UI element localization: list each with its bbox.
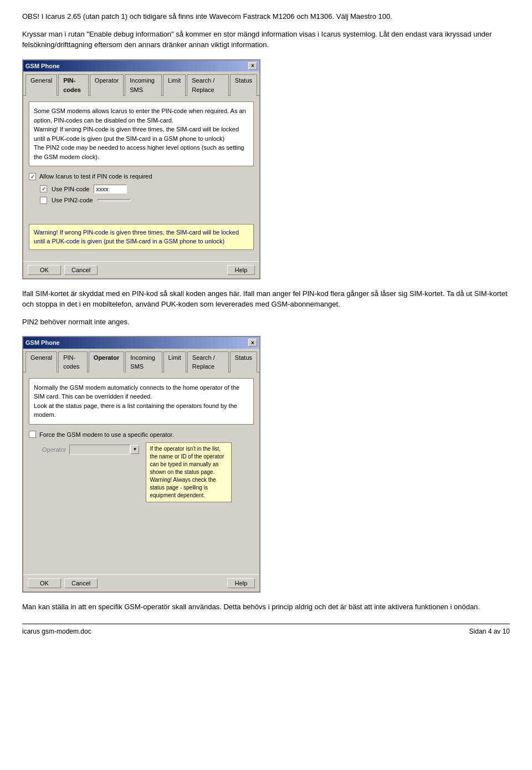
operator-dropdown-arrow[interactable]: ▼ (130, 445, 139, 454)
allow-icarus-checkbox[interactable] (29, 173, 36, 180)
dialog1-close-button[interactable]: × (248, 62, 257, 70)
dialog1-help-button[interactable]: Help (227, 265, 255, 275)
use-pin2-label: Use PIN2-code (52, 196, 93, 205)
tab-limit-2[interactable]: Limit (163, 351, 186, 373)
dialog2-titlebar: GSM Phone × (23, 337, 259, 349)
footer-left: icarus gsm-modem.doc (22, 626, 91, 636)
dialog1-body: Some GSM modems allows Icarus to enter t… (23, 96, 259, 261)
use-pin-row: Use PIN-code (29, 185, 254, 194)
dialog2-body: Normally the GSM modem automaticly conne… (23, 373, 259, 575)
operator-label: Operator (42, 445, 66, 455)
use-pin-label: Use PIN-code (52, 185, 89, 194)
operator-label-row: Operator ▼ (31, 445, 139, 455)
dialog1-titlebar: GSM Phone × (23, 60, 259, 72)
dialog2-info-text: Normally the GSM modem automaticly conne… (34, 384, 239, 419)
dialog2-left-buttons: OK Cancel (28, 578, 98, 588)
tab-operator-1[interactable]: Operator (90, 74, 124, 96)
force-operator-label: Force the GSM modem to use a specific op… (39, 430, 174, 440)
dialog2-cancel-button[interactable]: Cancel (64, 578, 98, 588)
force-operator-section: Force the GSM modem to use a specific op… (29, 430, 254, 440)
dialog1-tabs: General PIN-codes Operator Incoming SMS … (23, 72, 259, 96)
allow-icarus-label: Allow Icarus to test if PIN code is requ… (39, 172, 152, 181)
tab-search-replace-2[interactable]: Search / Replace (187, 351, 229, 373)
operator-tooltip: If the operator isn't in the list, the n… (146, 442, 232, 502)
tab-incoming-sms-1[interactable]: Incoming SMS (125, 74, 162, 96)
tab-pin-codes-1[interactable]: PIN-codes (58, 74, 89, 96)
operator-left: Operator ▼ (31, 442, 139, 455)
dialog2-help-button[interactable]: Help (227, 578, 255, 588)
tab-search-replace-1[interactable]: Search / Replace (187, 74, 229, 96)
tab-general-1[interactable]: General (25, 74, 57, 96)
dialog1-cancel-button[interactable]: Cancel (64, 265, 98, 275)
pin-input[interactable] (94, 185, 127, 193)
tab-incoming-sms-2[interactable]: Incoming SMS (125, 351, 162, 373)
dialog2-title: GSM Phone (25, 338, 60, 348)
tab-general-2[interactable]: General (25, 351, 57, 373)
dialog1-buttons: OK Cancel Help (23, 261, 259, 278)
footer: icarus gsm-modem.doc Sidan 4 av 10 (22, 624, 510, 636)
gsm-phone-dialog-2: GSM Phone × General PIN-codes Operator I… (22, 336, 260, 593)
tab-status-2[interactable]: Status (230, 351, 257, 373)
debug-paragraph: Kryssar man i rutan "Enable debug inform… (22, 29, 510, 50)
use-pin2-row: Use PIN2-code (29, 196, 254, 205)
dialog2-info-box: Normally the GSM modem automaticly conne… (29, 378, 254, 425)
use-pin-checkbox[interactable] (40, 185, 47, 192)
dialog1-container: GSM Phone × General PIN-codes Operator I… (22, 59, 510, 279)
force-checkbox-row: Force the GSM modem to use a specific op… (29, 430, 254, 440)
use-pin2-checkbox[interactable] (40, 197, 47, 204)
tab-pin-codes-2[interactable]: PIN-codes (58, 351, 88, 373)
operator-paragraph: Man kan ställa in att en specifik GSM-op… (22, 601, 510, 613)
sim-pin-paragraph: Ifall SIM-kortet är skyddat med en PIN-k… (22, 288, 510, 310)
pin2-paragraph: PIN2 behöver normalt inte anges. (22, 317, 510, 328)
dialog1-warning-box: Warning! If wrong PIN-code is given thre… (29, 224, 254, 250)
tooltip-text: If the operator isn't in the list, the n… (150, 446, 224, 498)
dialog1-info-text: Some GSM modems allows Icarus to enter t… (34, 108, 246, 160)
footer-right: Sidan 4 av 10 (469, 626, 510, 636)
dialog2-close-button[interactable]: × (248, 339, 257, 346)
dialog1-warning-text: Warning! If wrong PIN-code is given thre… (34, 229, 239, 245)
dialog1-ok-button[interactable]: OK (28, 265, 61, 275)
operator-area: Operator ▼ If the operator isn't in the … (29, 442, 254, 502)
dialog1-title: GSM Phone (25, 62, 60, 71)
allow-icarus-checkbox-row: Allow Icarus to test if PIN code is requ… (29, 172, 254, 181)
pin2-input[interactable] (98, 199, 131, 201)
dialog1-left-buttons: OK Cancel (28, 265, 98, 275)
operator-input[interactable] (69, 445, 130, 455)
intro-paragraph: OBS! I Icarus 2.65 (utan patch 1) och ti… (22, 11, 510, 22)
tab-status-1[interactable]: Status (230, 74, 257, 96)
dialog2-container: GSM Phone × General PIN-codes Operator I… (22, 336, 510, 593)
dialog1-info-box: Some GSM modems allows Icarus to enter t… (29, 101, 254, 166)
dialog2-tabs: General PIN-codes Operator Incoming SMS … (23, 349, 259, 373)
tab-limit-1[interactable]: Limit (163, 74, 186, 96)
dialog2-ok-button[interactable]: OK (28, 578, 61, 588)
gsm-phone-dialog-1: GSM Phone × General PIN-codes Operator I… (22, 59, 260, 279)
dialog2-buttons: OK Cancel Help (23, 574, 259, 591)
force-operator-checkbox[interactable] (29, 431, 36, 438)
tab-operator-2[interactable]: Operator (89, 351, 124, 373)
